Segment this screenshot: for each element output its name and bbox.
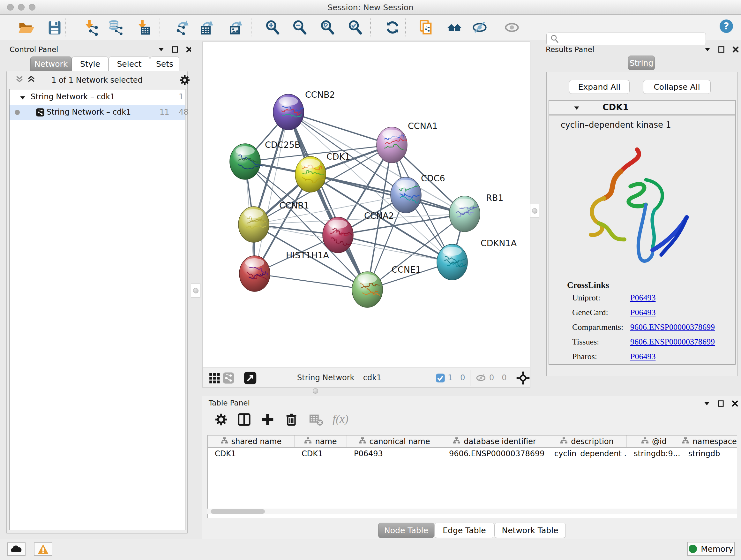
node-label-CDC25B: CDC25B	[265, 140, 300, 150]
column-header-sharedname[interactable]: shared name	[208, 435, 294, 447]
table-cell[interactable]: P06493	[347, 448, 442, 460]
first-neighbors-icon[interactable]	[446, 19, 463, 36]
expand-all-button[interactable]: Expand All	[569, 80, 630, 94]
protein-name: CDK1	[603, 102, 629, 112]
import-table-from-file-icon[interactable]	[135, 19, 152, 36]
column-header-name[interactable]: name	[294, 435, 347, 447]
panel-float-icon[interactable]	[716, 399, 726, 408]
panel-close-icon[interactable]	[731, 45, 740, 54]
export-table-icon[interactable]	[198, 19, 215, 36]
node-label-HIST1H1A: HIST1H1A	[286, 250, 329, 260]
table-row[interactable]: CDK1CDK1P064939606.ENSP00000378699cyclin…	[208, 448, 737, 460]
cloud-button[interactable]	[7, 543, 25, 556]
panel-collapse-icon[interactable]	[702, 399, 712, 408]
column-header-databaseidentifier[interactable]: database identifier	[442, 435, 547, 447]
node-CDK1[interactable]: CDK1	[295, 152, 350, 192]
svg-text:?: ?	[724, 20, 729, 32]
show-columns-icon[interactable]	[237, 412, 253, 429]
detach-view-icon[interactable]	[244, 371, 257, 386]
network-collection-row[interactable]: String Network – cdk1 1	[10, 89, 185, 105]
network-row-label: String Network – cdk1	[47, 108, 131, 117]
birdseye-crosshair-icon[interactable]	[516, 371, 530, 386]
add-column-icon[interactable]	[260, 412, 277, 429]
column-header-canonicalname[interactable]: canonical name	[347, 435, 442, 447]
table-cell[interactable]: stringdb	[681, 448, 737, 460]
tab-select[interactable]: Select	[109, 57, 150, 71]
hide-selected-icon[interactable]	[471, 19, 488, 36]
table-cell[interactable]: CDK1	[208, 448, 294, 460]
collapse-all-button[interactable]: Collapse All	[643, 80, 711, 94]
memory-button[interactable]: Memory	[687, 542, 735, 556]
tab-node-table[interactable]: Node Table	[378, 523, 434, 538]
table-horizontal-scrollbar[interactable]	[207, 509, 737, 514]
node-HIST1H1A[interactable]: HIST1H1A	[239, 250, 329, 292]
save-session-icon[interactable]	[45, 19, 63, 36]
crosslink-link[interactable]: P06493	[630, 293, 656, 303]
node-CCNA1[interactable]: CCNA1	[377, 121, 438, 163]
table-options-gear-icon[interactable]	[214, 412, 230, 429]
panel-collapse-icon[interactable]	[156, 45, 166, 54]
table-cell[interactable]: CDK1	[294, 448, 347, 460]
network-graph[interactable]: CCNB2 CCNA1 CDC25B CDK1 CDC6 RB1 CCNB1 C…	[203, 42, 531, 368]
options-gear-icon[interactable]	[179, 74, 191, 88]
delete-column-icon[interactable]	[284, 412, 300, 429]
tab-network[interactable]: Network	[30, 57, 72, 71]
tab-string[interactable]: String	[628, 56, 655, 70]
crosslink-link[interactable]: P06493	[630, 352, 656, 361]
tab-network-table[interactable]: Network Table	[494, 523, 566, 538]
panel-float-icon[interactable]	[717, 45, 726, 54]
open-session-icon[interactable]	[17, 19, 35, 36]
node-CCNE1[interactable]: CCNE1	[352, 265, 421, 307]
warnings-button[interactable]	[34, 543, 52, 556]
panel-close-icon[interactable]	[730, 399, 740, 408]
crosslink-link[interactable]: P06493	[630, 308, 656, 317]
column-header-id[interactable]: @id	[627, 435, 681, 447]
panel-float-icon[interactable]	[171, 45, 180, 54]
node-CDKN1A[interactable]: CDKN1A	[437, 238, 517, 280]
crosslink-link[interactable]: 9606.ENSP00000378699	[630, 322, 715, 332]
zoom-fit-content-icon[interactable]	[319, 19, 336, 36]
column-header-namespace[interactable]: namespace	[681, 435, 737, 447]
refresh-view-icon[interactable]	[384, 19, 401, 36]
scrollbar-thumb[interactable]	[211, 509, 265, 514]
toolbar-separator	[370, 18, 371, 37]
edge-CCNB2-HIST1H1A[interactable]	[255, 112, 288, 273]
tab-sets[interactable]: Sets	[150, 57, 179, 71]
table-cell[interactable]: stringdb:9...	[627, 448, 681, 460]
network-share-icon[interactable]	[222, 372, 234, 385]
zoom-in-icon[interactable]	[264, 19, 281, 36]
export-network-icon[interactable]	[173, 19, 191, 36]
export-image-icon[interactable]	[226, 19, 245, 36]
horizontal-splitter[interactable]	[313, 388, 318, 394]
left-splitter[interactable]	[191, 42, 200, 539]
tree-expand-icon[interactable]	[19, 94, 26, 103]
control-panel: Control Panel NetworkStyleSelectSets 1 o…	[3, 42, 191, 535]
tab-edge-table[interactable]: Edge Table	[434, 523, 494, 538]
duplicate-network-icon[interactable]	[417, 19, 435, 36]
delete-table-icon	[309, 412, 326, 429]
network-canvas[interactable]: CCNB2 CCNA1 CDC25B CDK1 CDC6 RB1 CCNB1 C…	[202, 42, 530, 368]
help-button[interactable]: ?	[719, 18, 737, 35]
network-row-selected[interactable]: String Network – cdk1 11 48	[10, 105, 185, 120]
edge-CCNA2-CDKN1A[interactable]	[338, 235, 452, 262]
right-splitter[interactable]	[530, 42, 539, 388]
panel-collapse-icon[interactable]	[703, 45, 712, 54]
section-expand-icon[interactable]	[573, 105, 580, 113]
table-body: CDK1CDK1P064939606.ENSP00000378699cyclin…	[208, 448, 737, 460]
hidden-eye-icon[interactable]	[475, 373, 487, 385]
zoom-selected-region-icon[interactable]	[346, 19, 364, 36]
selected-checkbox-icon[interactable]	[435, 373, 445, 384]
column-header-description[interactable]: description	[547, 435, 627, 447]
edge-HIST1H1A-CCNE1[interactable]	[255, 273, 367, 290]
grid-mode-icon[interactable]	[208, 372, 220, 385]
node-table[interactable]: shared namenamecanonical namedatabase id…	[207, 435, 737, 518]
edge-CCNB2-CCNA1[interactable]	[288, 112, 392, 145]
zoom-out-icon[interactable]	[291, 19, 309, 36]
node-RB1[interactable]: RB1	[449, 193, 503, 232]
tab-style[interactable]: Style	[72, 57, 109, 71]
import-network-from-database-icon[interactable]	[106, 19, 124, 36]
import-network-from-file-icon[interactable]	[82, 19, 99, 36]
crosslink-link[interactable]: 9606.ENSP00000378699	[630, 337, 715, 347]
table-cell[interactable]: cyclin–dependent ...	[547, 448, 627, 460]
table-cell[interactable]: 9606.ENSP00000378699	[442, 448, 547, 460]
